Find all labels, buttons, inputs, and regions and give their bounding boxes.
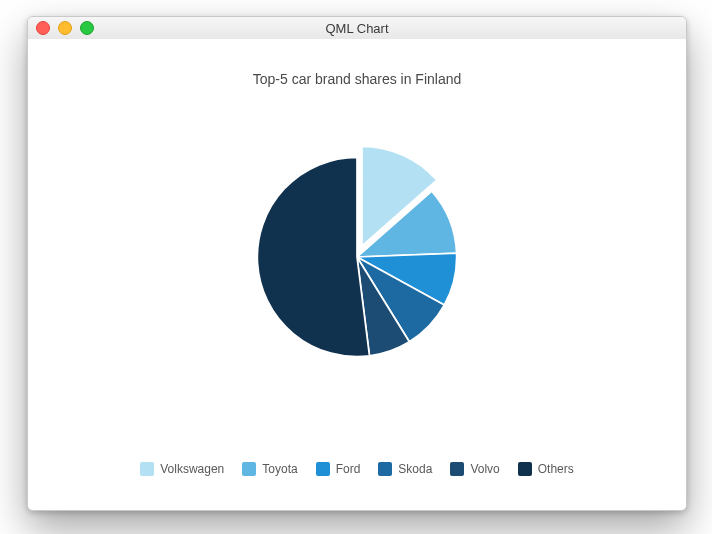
window-content: Top-5 car brand shares in Finland Volksw… bbox=[28, 39, 686, 510]
legend-item-volkswagen[interactable]: Volkswagen bbox=[140, 462, 224, 476]
legend-label: Skoda bbox=[398, 462, 432, 476]
minimize-icon[interactable] bbox=[58, 21, 72, 35]
legend-label: Toyota bbox=[262, 462, 297, 476]
window-controls bbox=[36, 21, 94, 35]
legend-swatch bbox=[316, 462, 330, 476]
legend-swatch bbox=[242, 462, 256, 476]
legend: VolkswagenToyotaFordSkodaVolvoOthers bbox=[28, 462, 686, 476]
chart-title: Top-5 car brand shares in Finland bbox=[28, 71, 686, 87]
legend-item-skoda[interactable]: Skoda bbox=[378, 462, 432, 476]
zoom-icon[interactable] bbox=[80, 21, 94, 35]
legend-swatch bbox=[140, 462, 154, 476]
legend-label: Volkswagen bbox=[160, 462, 224, 476]
legend-swatch bbox=[518, 462, 532, 476]
legend-label: Volvo bbox=[470, 462, 499, 476]
legend-item-volvo[interactable]: Volvo bbox=[450, 462, 499, 476]
legend-label: Ford bbox=[336, 462, 361, 476]
close-icon[interactable] bbox=[36, 21, 50, 35]
legend-label: Others bbox=[538, 462, 574, 476]
pie-chart bbox=[28, 127, 686, 387]
legend-swatch bbox=[378, 462, 392, 476]
window-title: QML Chart bbox=[325, 21, 388, 36]
pie-svg bbox=[227, 127, 487, 387]
titlebar: QML Chart bbox=[28, 17, 686, 40]
legend-swatch bbox=[450, 462, 464, 476]
legend-item-ford[interactable]: Ford bbox=[316, 462, 361, 476]
app-window: QML Chart Top-5 car brand shares in Finl… bbox=[27, 16, 687, 511]
legend-item-others[interactable]: Others bbox=[518, 462, 574, 476]
legend-item-toyota[interactable]: Toyota bbox=[242, 462, 297, 476]
pie-slice-others[interactable] bbox=[257, 157, 369, 356]
